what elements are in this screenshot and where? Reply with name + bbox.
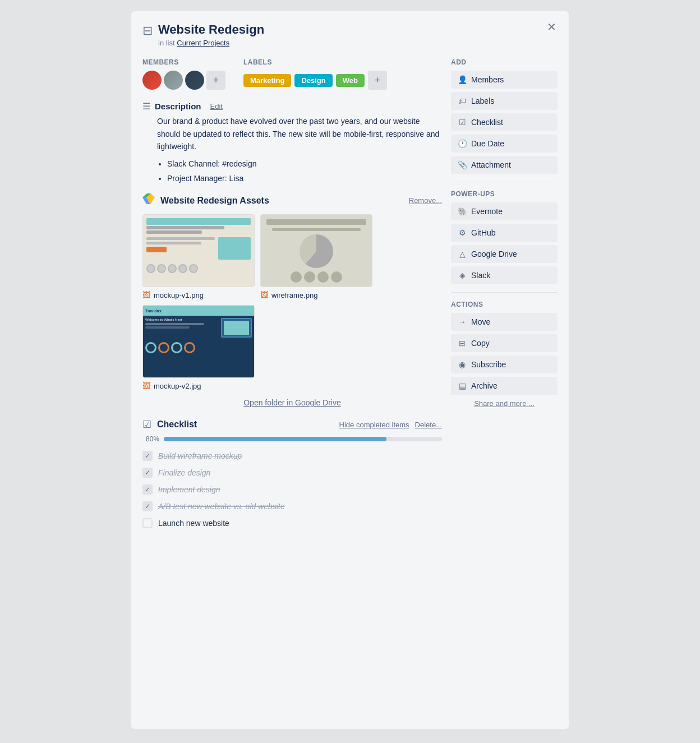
checklist-item-text: Implement design: [158, 485, 220, 494]
card-type-icon: ⊟: [142, 24, 153, 38]
sidebar-divider: [451, 182, 558, 182]
copy-icon: ⊟: [458, 339, 467, 348]
label-marketing[interactable]: Marketing: [243, 74, 291, 87]
attachment-icon: 📎: [458, 160, 467, 169]
checklist-actions: Hide completed items Delete...: [339, 421, 442, 429]
share-link[interactable]: Share and more ...: [451, 399, 558, 408]
card-title: Website Redesign: [158, 22, 264, 37]
due-date-icon: 🕐: [458, 139, 467, 148]
add-due-date-button[interactable]: 🕐 Due Date: [451, 135, 558, 153]
description-section: ☰ Description Edit Our brand & product h…: [142, 101, 442, 184]
attachments-section: Website Redesign Assets Remove...: [142, 193, 442, 407]
description-icon: ☰: [142, 101, 150, 112]
checklist-title: Checklist: [157, 419, 197, 430]
add-label-button[interactable]: +: [368, 71, 387, 90]
meta-row: Members + Labels Marketing Design: [142, 58, 442, 90]
sidebar-divider: [451, 292, 558, 293]
sidebar: Add 👤 Members 🏷 Labels ☑ Checklist 🕐 Due…: [451, 58, 558, 530]
card-modal: ✕ ⊟ Website Redesign in list Current Pro…: [131, 11, 569, 729]
subscribe-button[interactable]: ◉ Subscribe: [451, 356, 558, 373]
labels-list: Marketing Design Web +: [243, 71, 387, 90]
description-body: Our brand & product have evolved over th…: [142, 115, 442, 184]
hide-completed-link[interactable]: Hide completed items: [339, 421, 409, 429]
checkbox-5[interactable]: [142, 518, 153, 528]
add-member-button[interactable]: +: [206, 71, 225, 90]
delete-checklist-link[interactable]: Delete...: [415, 421, 442, 429]
open-folder-link[interactable]: Open folder in Google Drive: [142, 398, 442, 407]
progress-row: 80%: [142, 435, 442, 443]
checklist-item-text: Finalize design: [158, 468, 210, 477]
add-members-button[interactable]: 👤 Members: [451, 71, 558, 89]
checklist-item-text: Build wireframe mockup: [158, 451, 242, 460]
slack-icon: ◈: [458, 271, 467, 280]
labels-section: Labels Marketing Design Web +: [243, 58, 387, 90]
description-header: ☰ Description Edit: [142, 101, 442, 112]
avatar[interactable]: [185, 71, 204, 90]
members-icon: 👤: [458, 75, 467, 84]
checklist-items: ✓ Build wireframe mockup ✓ Finalize desi…: [142, 449, 442, 530]
close-button[interactable]: ✕: [544, 19, 560, 35]
checklist-icon: ☑: [458, 118, 467, 127]
card-list-info: in list Current Projects: [158, 39, 264, 47]
avatar[interactable]: [142, 71, 162, 90]
members-section: Members +: [142, 58, 225, 90]
subscribe-icon: ◉: [458, 360, 467, 369]
label-web[interactable]: Web: [336, 74, 365, 87]
copy-button[interactable]: ⊟ Copy: [451, 334, 558, 352]
attachments-grid: 🖼 mockup-v1.png: [142, 214, 442, 390]
attachment-thumb-2[interactable]: [260, 214, 372, 287]
attachment-item: 🖼 wireframe.png: [260, 214, 372, 299]
members-label: Members: [142, 58, 225, 66]
add-section-title: Add: [451, 58, 558, 66]
labels-icon: 🏷: [458, 96, 467, 105]
attachment-item: 🖼 mockup-v1.png: [142, 214, 255, 299]
description-list-item: Project Manager: Lisa: [167, 172, 442, 184]
description-title: Description: [155, 101, 201, 111]
checkbox-2[interactable]: ✓: [142, 468, 153, 478]
image-icon-1: 🖼: [142, 290, 150, 299]
labels-label: Labels: [243, 58, 387, 66]
slack-button[interactable]: ◈ Slack: [451, 266, 558, 284]
progress-bar-fill: [164, 437, 386, 441]
checklist-item: Launch new website: [142, 516, 442, 530]
checklist-header-left: ☑ Checklist: [142, 418, 197, 431]
add-labels-button[interactable]: 🏷 Labels: [451, 92, 558, 110]
attachment-thumb-3[interactable]: Travidux. Welcome to What's Next: [142, 305, 255, 378]
checkbox-3[interactable]: ✓: [142, 484, 153, 495]
google-drive-button[interactable]: △ Google Drive: [451, 245, 558, 263]
progress-bar-bg: [164, 437, 442, 441]
attachments-header: Website Redesign Assets Remove...: [142, 193, 442, 207]
add-attachment-button[interactable]: 📎 Attachment: [451, 156, 558, 174]
powerups-section: Power-Ups 🐘 Evernote ⚙ GitHub △ Google D…: [451, 190, 558, 284]
description-list-item: Slack Channel: #redesign: [167, 158, 442, 170]
attachment-name-3: 🖼 mockup-v2.jpg: [142, 381, 255, 390]
add-section: Add 👤 Members 🏷 Labels ☑ Checklist 🕐 Due…: [451, 58, 558, 174]
list-link[interactable]: Current Projects: [177, 39, 229, 47]
github-button[interactable]: ⚙ GitHub: [451, 224, 558, 242]
remove-link[interactable]: Remove...: [409, 196, 442, 205]
attachment-name-2: 🖼 wireframe.png: [260, 290, 372, 299]
add-checklist-button[interactable]: ☑ Checklist: [451, 113, 558, 131]
move-button[interactable]: → Move: [451, 313, 558, 331]
description-list: Slack Channel: #redesign Project Manager…: [157, 158, 442, 185]
checklist-icon: ☑: [142, 418, 151, 431]
checklist-item-text: A/B test new website vs. old website: [158, 502, 285, 511]
archive-button[interactable]: ▤ Archive: [451, 377, 558, 395]
attachment-thumb-1[interactable]: [142, 214, 255, 287]
main-content: Members + Labels Marketing Design: [142, 58, 442, 530]
attachments-title: Website Redesign Assets: [160, 196, 269, 206]
checklist-item-text: Launch new website: [158, 519, 229, 528]
main-layout: Members + Labels Marketing Design: [142, 58, 558, 530]
evernote-button[interactable]: 🐘 Evernote: [451, 202, 558, 220]
checkbox-1[interactable]: ✓: [142, 451, 153, 461]
card-header: ⊟ Website Redesign in list Current Proje…: [142, 22, 558, 47]
avatar[interactable]: [164, 71, 183, 90]
header-text: Website Redesign in list Current Project…: [158, 22, 264, 47]
description-edit-link[interactable]: Edit: [210, 102, 223, 110]
label-design[interactable]: Design: [294, 74, 332, 87]
image-icon-3: 🖼: [142, 381, 150, 390]
members-list: +: [142, 71, 225, 90]
checkbox-4[interactable]: ✓: [142, 501, 153, 511]
checklist-item: ✓ A/B test new website vs. old website: [142, 499, 442, 514]
evernote-icon: 🐘: [458, 207, 467, 216]
